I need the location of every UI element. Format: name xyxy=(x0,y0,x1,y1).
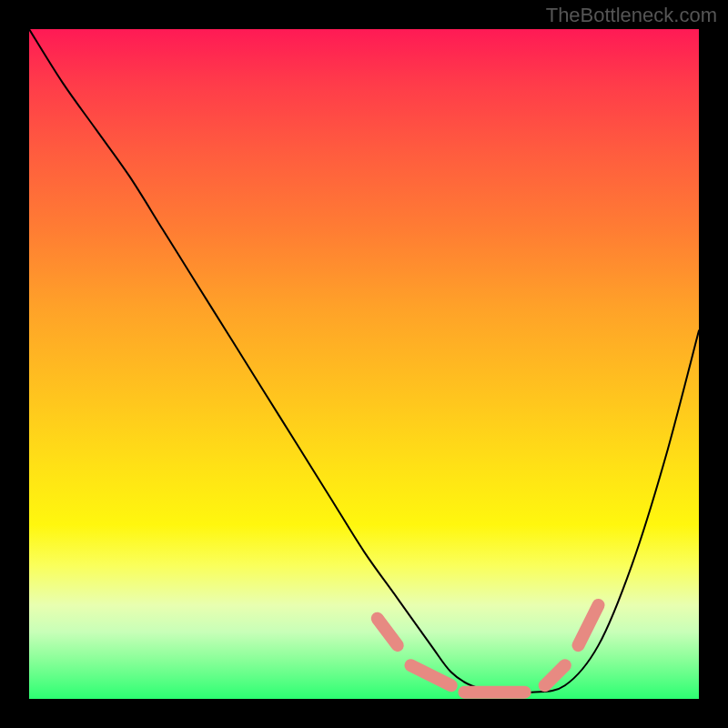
optimal-dash xyxy=(378,619,398,645)
bottleneck-curve xyxy=(29,29,699,693)
optimal-dash xyxy=(411,665,451,685)
optimal-dash xyxy=(545,665,565,685)
curve-svg xyxy=(29,29,699,699)
watermark-text: TheBottleneck.com xyxy=(546,4,717,27)
plot-area xyxy=(29,29,699,699)
optimal-dash xyxy=(579,605,599,645)
